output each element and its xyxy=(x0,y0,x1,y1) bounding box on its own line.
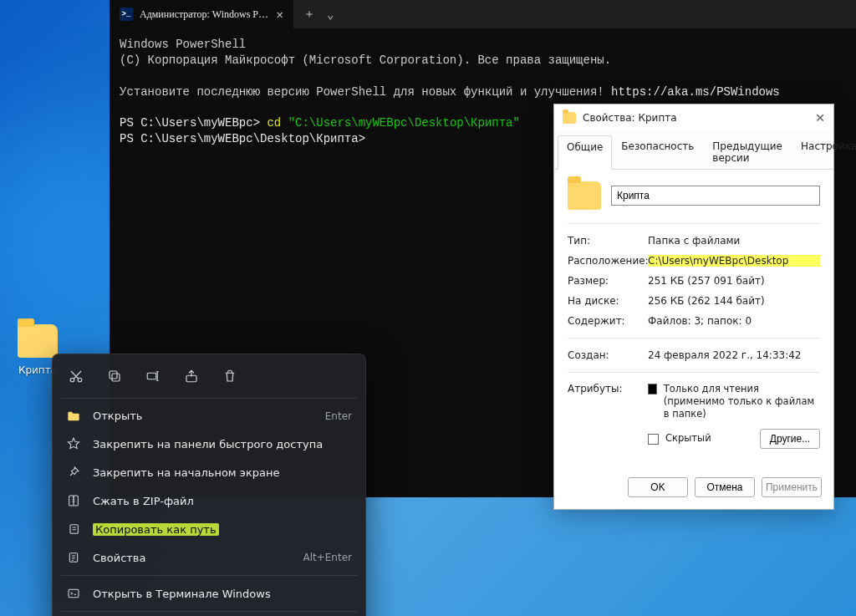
menu-label: Закрепить на начальном экране xyxy=(93,466,352,479)
menu-copy-as-path[interactable]: Копировать как путь xyxy=(53,515,365,543)
copy-path-icon xyxy=(66,522,81,536)
svg-rect-7 xyxy=(70,525,78,534)
tab-customize[interactable]: Настройка xyxy=(792,135,856,169)
tab-general[interactable]: Общие xyxy=(558,135,612,170)
menu-pin-start[interactable]: Закрепить на начальном экране xyxy=(53,458,365,486)
other-attributes-button[interactable]: Другие... xyxy=(760,429,820,449)
folder-icon xyxy=(563,112,576,124)
menu-label: Открыть в Терминале Windows xyxy=(93,588,352,600)
terminal-tabbar: >_ Администратор: Windows Pow ✕ ＋ ⌄ xyxy=(110,0,856,28)
close-icon[interactable]: ✕ xyxy=(815,111,825,125)
label-type: Тип: xyxy=(568,235,648,247)
label-contains: Содержит: xyxy=(568,315,648,327)
properties-icon xyxy=(66,551,81,564)
delete-icon[interactable] xyxy=(220,366,240,386)
tab-dropdown-icon[interactable]: ⌄ xyxy=(327,8,334,22)
menu-label: Копировать как путь xyxy=(93,523,219,536)
menu-label: Сжать в ZIP-файл xyxy=(93,495,352,507)
term-line: (C) Корпорация Майкрософт (Microsoft Cor… xyxy=(120,53,611,67)
term-prompt: PS C:\Users\myWEBpc\Desktop\Крипта> xyxy=(120,132,365,145)
folder-name-input[interactable] xyxy=(611,186,820,206)
value-created: 24 февраля 2022 г., 14:33:42 xyxy=(648,349,820,361)
terminal-tab[interactable]: >_ Администратор: Windows Pow ✕ xyxy=(110,0,293,28)
menu-compress-zip[interactable]: Сжать в ZIP-файл xyxy=(53,486,365,515)
zip-icon xyxy=(66,494,81,507)
menu-shortcut: Enter xyxy=(325,410,352,422)
menu-shortcut: Alt+Enter xyxy=(303,552,352,563)
rename-icon[interactable] xyxy=(143,366,163,386)
cut-icon[interactable] xyxy=(66,366,86,386)
properties-dialog: Свойства: Крипта ✕ Общие Безопасность Пр… xyxy=(553,104,834,510)
menu-label: Закрепить на панели быстрого доступа xyxy=(93,438,352,451)
svg-rect-4 xyxy=(147,373,156,379)
share-icon[interactable] xyxy=(181,366,201,386)
context-menu: Открыть Enter Закрепить на панели быстро… xyxy=(52,354,366,616)
term-line: Установите последнюю версию PowerShell д… xyxy=(120,85,611,99)
powershell-icon: >_ xyxy=(120,8,133,21)
properties-title: Свойства: Крипта xyxy=(583,112,808,124)
label-created: Создан: xyxy=(568,349,648,361)
cancel-button[interactable]: Отмена xyxy=(695,477,755,497)
ok-button[interactable]: OK xyxy=(628,477,688,497)
terminal-icon xyxy=(66,587,81,600)
menu-open-in-terminal[interactable]: Открыть в Терминале Windows xyxy=(53,579,365,608)
folder-icon xyxy=(568,181,601,210)
tab-previous-versions[interactable]: Предыдущие версии xyxy=(703,135,792,169)
hidden-label: Скрытый xyxy=(665,432,753,445)
label-size-on-disk: На диске: xyxy=(568,295,648,307)
star-icon xyxy=(66,437,81,451)
label-size: Размер: xyxy=(568,275,648,287)
pin-icon xyxy=(66,466,81,479)
svg-rect-9 xyxy=(69,589,79,597)
svg-rect-3 xyxy=(110,371,117,379)
folder-icon xyxy=(18,324,58,358)
svg-rect-2 xyxy=(112,374,120,381)
term-arg: "C:\Users\myWEBpc\Desktop\Крипта" xyxy=(288,116,520,130)
readonly-label: Только для чтения xyxy=(664,383,759,395)
value-location: C:\Users\myWEBpc\Desktop xyxy=(648,255,820,267)
readonly-checkbox[interactable] xyxy=(648,384,657,395)
properties-titlebar[interactable]: Свойства: Крипта ✕ xyxy=(554,104,833,131)
readonly-note: (применимо только к файлам в папке) xyxy=(664,395,814,420)
label-location: Расположение: xyxy=(568,255,648,267)
new-tab-button[interactable]: ＋ xyxy=(303,7,315,22)
value-size: 251 КБ (257 091 байт) xyxy=(648,275,820,287)
svg-point-1 xyxy=(78,378,82,382)
term-cmd: cd xyxy=(267,116,288,130)
term-link: https://aka.ms/PSWindows xyxy=(611,85,780,99)
tab-close-icon[interactable]: ✕ xyxy=(277,8,283,22)
properties-tabs: Общие Безопасность Предыдущие версии Нас… xyxy=(554,131,833,170)
label-attributes: Атрибуты: xyxy=(568,383,639,395)
tab-security[interactable]: Безопасность xyxy=(612,135,703,169)
folder-open-icon xyxy=(66,410,81,422)
apply-button[interactable]: Применить xyxy=(762,477,822,497)
menu-pin-quick-access[interactable]: Закрепить на панели быстрого доступа xyxy=(53,430,365,458)
term-prompt: PS C:\Users\myWEBpc> xyxy=(120,116,267,130)
value-contains: Файлов: 3; папок: 0 xyxy=(648,315,820,327)
value-type: Папка с файлами xyxy=(648,235,820,247)
hidden-checkbox[interactable] xyxy=(648,434,659,445)
value-size-on-disk: 256 КБ (262 144 байт) xyxy=(648,295,820,307)
terminal-tab-title: Администратор: Windows Pow xyxy=(140,8,270,21)
menu-properties[interactable]: Свойства Alt+Enter xyxy=(53,543,365,572)
menu-label: Открыть xyxy=(93,410,313,422)
copy-icon[interactable] xyxy=(104,366,125,386)
menu-label: Свойства xyxy=(93,552,291,564)
term-line: Windows PowerShell xyxy=(120,38,246,51)
svg-point-0 xyxy=(70,378,74,382)
menu-open[interactable]: Открыть Enter xyxy=(53,402,365,430)
